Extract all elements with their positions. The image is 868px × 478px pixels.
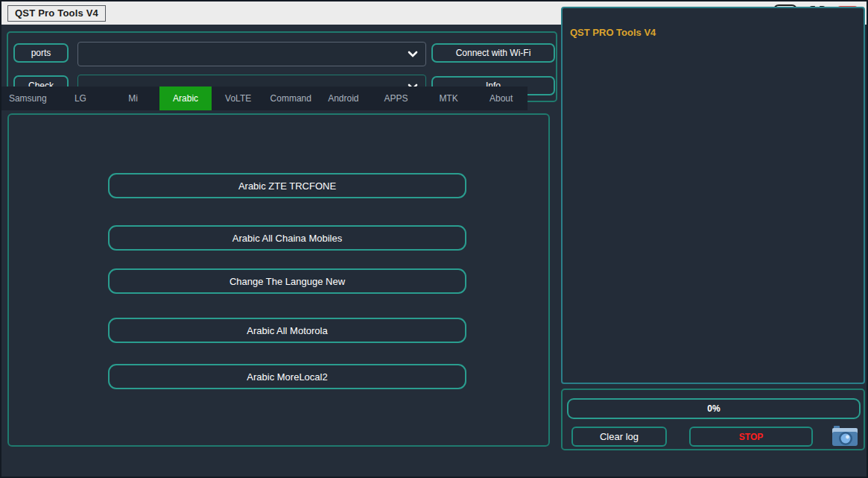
progress-panel: 0% Clear log STOP (561, 389, 865, 450)
log-title: QST PRO Tools V4 (570, 27, 856, 38)
tab-lg[interactable]: LG (54, 87, 107, 110)
connect-wifi-button[interactable]: Connect with Wi-Fi (431, 43, 555, 63)
arabic-all-motorola-button[interactable]: Arabic All Motorola (108, 318, 466, 343)
tab-mi[interactable]: Mi (107, 87, 159, 110)
tab-command[interactable]: Command (264, 87, 317, 110)
arabic-zte-trcfone-button[interactable]: Arabic ZTE TRCFONE (108, 173, 466, 198)
tab-about[interactable]: About (475, 87, 528, 110)
tab-apps[interactable]: APPS (370, 87, 422, 110)
stop-button[interactable]: STOP (689, 427, 813, 447)
progress-label: 0% (707, 403, 720, 414)
tab-bar: Samsung LG Mi Arabic VoLTE Command Andro… (1, 87, 528, 110)
tab-volte[interactable]: VoLTE (212, 87, 264, 110)
chevron-down-icon (408, 51, 418, 57)
arabic-all-chaina-mobiles-button[interactable]: Arabic All Chaina Mobiles (108, 225, 466, 251)
ports-button[interactable]: ports (13, 43, 69, 63)
port-dropdown[interactable] (77, 42, 426, 66)
tab-arabic[interactable]: Arabic (159, 87, 212, 110)
change-the-languge-new-button[interactable]: Change The Languge New (108, 268, 466, 294)
main-content-panel: Arabic ZTE TRCFONE Arabic All Chaina Mob… (7, 113, 550, 447)
log-panel[interactable]: QST PRO Tools V4 (561, 7, 865, 384)
tab-mtk[interactable]: MTK (422, 87, 475, 110)
camera-icon (831, 423, 859, 448)
clear-log-button[interactable]: Clear log (571, 427, 667, 447)
tab-samsung[interactable]: Samsung (1, 87, 54, 110)
screenshot-camera-button[interactable] (831, 423, 859, 448)
app-title-label: QST Pro Tools V4 (7, 5, 106, 22)
app-window: QST Pro Tools V4 ports (0, 0, 868, 478)
arabic-morelocal2-button[interactable]: Arabic MoreLocal2 (108, 364, 466, 389)
progress-bar: 0% (567, 398, 861, 419)
tab-android[interactable]: Android (317, 87, 370, 110)
